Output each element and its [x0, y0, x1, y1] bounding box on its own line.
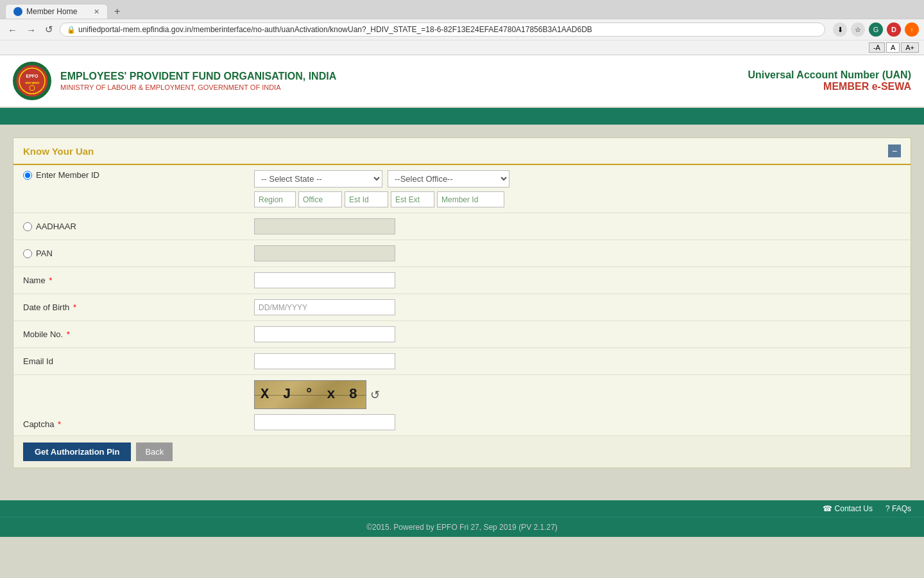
- name-control-area: [254, 272, 901, 288]
- member-id-row: Enter Member ID -- Select State -- --Sel…: [13, 165, 911, 213]
- faqs-link[interactable]: ? FAQs: [886, 504, 911, 513]
- footer-bottom: ©2015. Powered by EPFO Fri 27, Sep 2019 …: [0, 517, 924, 537]
- svg-text:EPFO: EPFO: [26, 74, 38, 78]
- email-label-text: Email Id: [23, 356, 53, 366]
- enter-member-id-label-text: Enter Member ID: [36, 170, 99, 180]
- member-id-inputs: [254, 191, 901, 207]
- captcha-required: *: [58, 419, 61, 429]
- est-ext-input[interactable]: [391, 191, 434, 207]
- page-content: EPFO भारत सरकार EMPLOYEES' PROVIDENT FUN…: [0, 55, 924, 537]
- captcha-refresh-button[interactable]: ↺: [370, 388, 380, 402]
- lock-icon: 🔒: [67, 26, 76, 34]
- active-tab[interactable]: Member Home ✕: [5, 4, 108, 19]
- dob-row: Date of Birth *: [13, 294, 911, 321]
- member-id-input[interactable]: [437, 191, 504, 207]
- font-decrease-button[interactable]: -A: [869, 42, 885, 53]
- back-button[interactable]: Back: [136, 442, 173, 461]
- font-increase-button[interactable]: A+: [901, 42, 919, 53]
- address-bar[interactable]: 🔒 unifiedportal-mem.epfindia.gov.in/memb…: [60, 22, 825, 37]
- close-tab-button[interactable]: ✕: [94, 8, 99, 16]
- org-name: EMPLOYEES' PROVIDENT FUND ORGANISATION, …: [60, 71, 336, 82]
- name-row: Name *: [13, 267, 911, 294]
- pan-input[interactable]: [254, 245, 395, 261]
- main-container: Know Your Uan − Enter Member ID: [0, 125, 924, 481]
- new-tab-button[interactable]: +: [110, 6, 124, 17]
- email-label-container: Email Id: [23, 353, 254, 366]
- forward-button[interactable]: →: [24, 23, 38, 37]
- captcha-image: X J ° x 8: [254, 380, 366, 409]
- tab-bar: Member Home ✕ +: [0, 0, 924, 19]
- svg-text:भारत सरकार: भारत सरकार: [25, 81, 40, 85]
- pan-control-area: [254, 245, 901, 261]
- name-required: *: [49, 276, 52, 285]
- extension-icon[interactable]: G: [869, 22, 883, 37]
- pan-radio[interactable]: [23, 249, 32, 258]
- form-card: Know Your Uan − Enter Member ID: [13, 137, 911, 468]
- favicon: [13, 7, 22, 16]
- dob-input[interactable]: [254, 299, 395, 315]
- aadhaar-input[interactable]: [254, 218, 395, 234]
- name-label-container: Name *: [23, 272, 254, 285]
- update-button[interactable]: ↑: [905, 22, 919, 37]
- captcha-input[interactable]: [254, 414, 395, 430]
- aadhaar-radio[interactable]: [23, 222, 32, 231]
- select-office-dropdown[interactable]: --Select Office--: [388, 170, 509, 188]
- font-normal-button[interactable]: A: [886, 42, 900, 53]
- office-input[interactable]: [298, 191, 342, 207]
- url-text: unifiedportal-mem.epfindia.gov.in/member…: [78, 25, 818, 34]
- green-banner: [0, 108, 924, 125]
- est-id-input[interactable]: [345, 191, 388, 207]
- pan-label: PAN: [23, 245, 254, 258]
- captcha-input-row: Captcha *: [23, 414, 395, 430]
- enter-member-id-radio[interactable]: [23, 171, 32, 180]
- button-row: Get Authorization Pin Back: [13, 436, 911, 468]
- org-info: EMPLOYEES' PROVIDENT FUND ORGANISATION, …: [60, 71, 336, 91]
- footer-top: ☎ Contact Us ? FAQs: [0, 500, 924, 517]
- refresh-button[interactable]: ↺: [42, 22, 56, 37]
- name-input[interactable]: [254, 272, 395, 288]
- region-input[interactable]: [254, 191, 296, 207]
- email-input[interactable]: [254, 353, 395, 369]
- browser-chrome: Member Home ✕ + ← → ↺ 🔒 unifiedportal-me…: [0, 0, 924, 55]
- enter-member-id-radio-label[interactable]: Enter Member ID: [23, 170, 254, 180]
- uan-sub: MEMBER e-SEWA: [748, 81, 911, 92]
- aadhaar-label: AADHAAR: [23, 218, 254, 231]
- mobile-input[interactable]: [254, 326, 395, 342]
- select-state-dropdown[interactable]: -- Select State --: [254, 170, 382, 188]
- captcha-image-row: X J ° x 8 ↺: [23, 380, 380, 409]
- back-button[interactable]: ←: [5, 23, 20, 37]
- contact-us-link[interactable]: ☎ Contact Us: [823, 504, 873, 513]
- logo-area: EPFO भारत सरकार EMPLOYEES' PROVIDENT FUN…: [13, 62, 336, 100]
- form-body: Enter Member ID -- Select State -- --Sel…: [13, 165, 911, 468]
- email-control-area: [254, 353, 901, 369]
- mobile-required: *: [67, 329, 70, 339]
- org-sub: MINISTRY OF LABOUR & EMPLOYMENT, GOVERNM…: [60, 83, 336, 91]
- dob-control-area: [254, 299, 901, 315]
- get-authorization-pin-button[interactable]: Get Authorization Pin: [23, 442, 131, 461]
- mobile-label-text: Mobile No.: [23, 329, 63, 339]
- profile-button[interactable]: D: [887, 22, 901, 37]
- bookmark-icon[interactable]: ☆: [851, 22, 865, 37]
- dob-required: *: [73, 302, 76, 312]
- card-title: Know Your Uan: [23, 146, 94, 157]
- aadhaar-label-text: AADHAAR: [36, 222, 76, 231]
- browser-actions: ⬇ ☆ G D ↑: [833, 22, 919, 37]
- tab-title: Member Home: [26, 7, 77, 16]
- site-header: EPFO भारत सरकार EMPLOYEES' PROVIDENT FUN…: [0, 55, 924, 108]
- captcha-control-area: [254, 414, 395, 430]
- captcha-label-text: Captcha: [23, 419, 54, 429]
- mobile-row: Mobile No. *: [13, 321, 911, 348]
- pan-row: PAN: [13, 240, 911, 267]
- aadhaar-control-area: [254, 218, 901, 234]
- member-id-selects: -- Select State -- --Select Office--: [254, 170, 901, 188]
- collapse-button[interactable]: −: [888, 144, 901, 157]
- copyright-text: ©2015. Powered by EPFO Fri 27, Sep 2019 …: [366, 523, 558, 532]
- dob-label-text: Date of Birth: [23, 302, 69, 312]
- pan-radio-label[interactable]: PAN: [23, 249, 254, 258]
- aadhaar-radio-label[interactable]: AADHAAR: [23, 222, 254, 231]
- member-id-label: Enter Member ID: [23, 170, 254, 180]
- mobile-label-container: Mobile No. *: [23, 326, 254, 339]
- card-header: Know Your Uan −: [13, 138, 911, 165]
- download-icon[interactable]: ⬇: [833, 22, 847, 37]
- captcha-section: X J ° x 8 ↺ Captcha *: [13, 375, 911, 436]
